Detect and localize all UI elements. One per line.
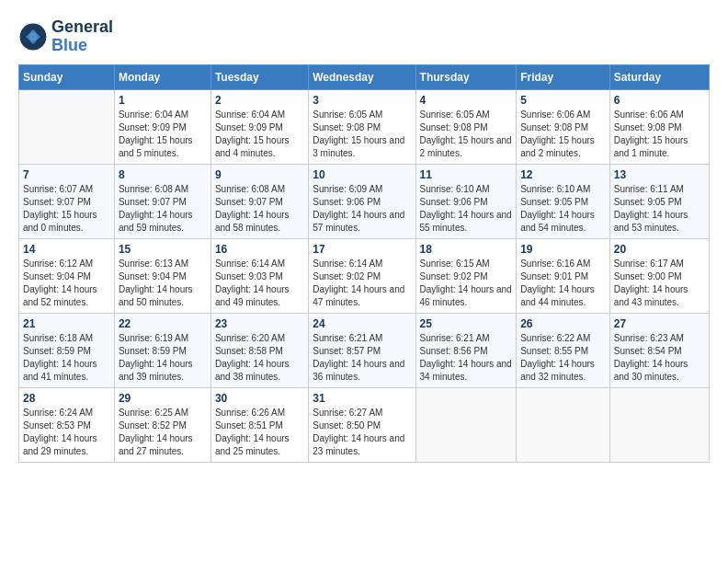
sunrise: Sunrise: 6:08 AM [215, 183, 304, 196]
daylight: Daylight: 14 hours and 32 minutes. [520, 358, 606, 384]
calendar-cell: 8 Sunrise: 6:08 AM Sunset: 9:07 PM Dayli… [114, 164, 210, 238]
sunset: Sunset: 9:09 PM [215, 121, 304, 134]
sunset: Sunset: 8:56 PM [420, 345, 513, 358]
daylight: Daylight: 14 hours and 25 minutes. [215, 432, 304, 458]
calendar-week-row: 7 Sunrise: 6:07 AM Sunset: 9:07 PM Dayli… [19, 164, 710, 238]
daylight: Daylight: 15 hours and 0 minutes. [23, 209, 110, 235]
sunrise: Sunrise: 6:22 AM [520, 332, 606, 345]
day-number: 19 [520, 243, 606, 256]
sunset: Sunset: 9:09 PM [119, 121, 207, 134]
daylight: Daylight: 15 hours and 3 minutes. [313, 134, 411, 160]
day-number: 13 [614, 168, 705, 181]
day-number: 30 [215, 392, 304, 405]
day-info: Sunrise: 6:13 AM Sunset: 9:04 PM Dayligh… [119, 258, 207, 309]
day-number: 15 [119, 243, 207, 256]
day-number: 6 [614, 94, 705, 107]
calendar-cell: 13 Sunrise: 6:11 AM Sunset: 9:05 PM Dayl… [609, 164, 709, 238]
calendar-cell: 20 Sunrise: 6:17 AM Sunset: 9:00 PM Dayl… [609, 238, 709, 313]
daylight: Daylight: 14 hours and 57 minutes. [313, 209, 411, 235]
sunset: Sunset: 8:57 PM [313, 345, 411, 358]
sunset: Sunset: 9:00 PM [614, 270, 705, 283]
sunset: Sunset: 9:01 PM [520, 270, 606, 283]
daylight: Daylight: 14 hours and 52 minutes. [23, 283, 110, 309]
sunrise: Sunrise: 6:18 AM [23, 332, 110, 345]
sunset: Sunset: 8:52 PM [119, 419, 207, 432]
sunrise: Sunrise: 6:15 AM [420, 258, 513, 270]
calendar-body: 1 Sunrise: 6:04 AM Sunset: 9:09 PM Dayli… [19, 89, 710, 462]
day-info: Sunrise: 6:15 AM Sunset: 9:02 PM Dayligh… [420, 258, 513, 309]
sunset: Sunset: 9:02 PM [313, 270, 411, 283]
day-number: 14 [23, 243, 110, 256]
sunrise: Sunrise: 6:21 AM [313, 332, 411, 345]
sunset: Sunset: 8:59 PM [23, 345, 110, 358]
day-number: 8 [119, 168, 207, 181]
day-number: 5 [520, 94, 606, 107]
calendar-cell: 16 Sunrise: 6:14 AM Sunset: 9:03 PM Dayl… [210, 238, 308, 313]
day-number: 28 [23, 392, 110, 405]
calendar-cell: 5 Sunrise: 6:06 AM Sunset: 9:08 PM Dayli… [517, 89, 610, 164]
sunset: Sunset: 9:08 PM [614, 121, 705, 134]
day-info: Sunrise: 6:14 AM Sunset: 9:02 PM Dayligh… [313, 258, 411, 309]
sunset: Sunset: 9:07 PM [119, 196, 207, 209]
calendar-cell: 28 Sunrise: 6:24 AM Sunset: 8:53 PM Dayl… [19, 387, 115, 462]
day-info: Sunrise: 6:09 AM Sunset: 9:06 PM Dayligh… [313, 183, 411, 235]
weekday-header: Sunday [19, 64, 115, 89]
daylight: Daylight: 14 hours and 34 minutes. [420, 358, 513, 384]
calendar-cell: 2 Sunrise: 6:04 AM Sunset: 9:09 PM Dayli… [210, 89, 308, 164]
daylight: Daylight: 14 hours and 41 minutes. [23, 358, 110, 384]
day-info: Sunrise: 6:19 AM Sunset: 8:59 PM Dayligh… [119, 332, 207, 384]
daylight: Daylight: 14 hours and 54 minutes. [520, 209, 606, 235]
day-number: 12 [520, 168, 606, 181]
calendar-cell [19, 89, 115, 164]
calendar-cell: 18 Sunrise: 6:15 AM Sunset: 9:02 PM Dayl… [415, 238, 517, 313]
daylight: Daylight: 15 hours and 2 minutes. [420, 134, 513, 160]
calendar-table: SundayMondayTuesdayWednesdayThursdayFrid… [18, 64, 710, 463]
day-number: 11 [420, 168, 513, 181]
daylight: Daylight: 14 hours and 30 minutes. [614, 358, 705, 384]
page-header: General Blue [18, 18, 710, 55]
sunrise: Sunrise: 6:19 AM [119, 332, 207, 345]
day-info: Sunrise: 6:05 AM Sunset: 9:08 PM Dayligh… [420, 109, 513, 160]
day-number: 16 [215, 243, 304, 256]
day-info: Sunrise: 6:10 AM Sunset: 9:06 PM Dayligh… [420, 183, 513, 235]
day-info: Sunrise: 6:17 AM Sunset: 9:00 PM Dayligh… [614, 258, 705, 309]
daylight: Daylight: 14 hours and 47 minutes. [313, 283, 411, 309]
day-info: Sunrise: 6:05 AM Sunset: 9:08 PM Dayligh… [313, 109, 411, 160]
daylight: Daylight: 14 hours and 50 minutes. [119, 283, 207, 309]
calendar-cell: 24 Sunrise: 6:21 AM Sunset: 8:57 PM Dayl… [309, 313, 415, 387]
calendar-cell: 23 Sunrise: 6:20 AM Sunset: 8:58 PM Dayl… [210, 313, 308, 387]
day-info: Sunrise: 6:08 AM Sunset: 9:07 PM Dayligh… [215, 183, 304, 235]
logo-icon [18, 22, 48, 52]
sunrise: Sunrise: 6:20 AM [215, 332, 304, 345]
logo-text: General Blue [51, 18, 113, 55]
day-number: 18 [420, 243, 513, 256]
calendar-cell: 17 Sunrise: 6:14 AM Sunset: 9:02 PM Dayl… [309, 238, 415, 313]
day-info: Sunrise: 6:11 AM Sunset: 9:05 PM Dayligh… [614, 183, 705, 235]
daylight: Daylight: 14 hours and 38 minutes. [215, 358, 304, 384]
sunrise: Sunrise: 6:08 AM [119, 183, 207, 196]
calendar-cell [517, 387, 610, 462]
day-number: 22 [119, 317, 207, 330]
sunset: Sunset: 8:51 PM [215, 419, 304, 432]
day-info: Sunrise: 6:12 AM Sunset: 9:04 PM Dayligh… [23, 258, 110, 309]
day-number: 7 [23, 168, 110, 181]
calendar-cell: 22 Sunrise: 6:19 AM Sunset: 8:59 PM Dayl… [114, 313, 210, 387]
daylight: Daylight: 15 hours and 4 minutes. [215, 134, 304, 160]
sunset: Sunset: 9:06 PM [420, 196, 513, 209]
sunrise: Sunrise: 6:11 AM [614, 183, 705, 196]
calendar-cell: 12 Sunrise: 6:10 AM Sunset: 9:05 PM Dayl… [517, 164, 610, 238]
calendar-cell: 26 Sunrise: 6:22 AM Sunset: 8:55 PM Dayl… [517, 313, 610, 387]
calendar-cell: 27 Sunrise: 6:23 AM Sunset: 8:54 PM Dayl… [609, 313, 709, 387]
weekday-header: Thursday [415, 64, 517, 89]
day-info: Sunrise: 6:14 AM Sunset: 9:03 PM Dayligh… [215, 258, 304, 309]
sunrise: Sunrise: 6:21 AM [420, 332, 513, 345]
day-number: 26 [520, 317, 606, 330]
day-number: 25 [420, 317, 513, 330]
daylight: Daylight: 14 hours and 44 minutes. [520, 283, 606, 309]
day-info: Sunrise: 6:10 AM Sunset: 9:05 PM Dayligh… [520, 183, 606, 235]
day-info: Sunrise: 6:27 AM Sunset: 8:50 PM Dayligh… [313, 407, 411, 458]
day-number: 2 [215, 94, 304, 107]
calendar-cell: 1 Sunrise: 6:04 AM Sunset: 9:09 PM Dayli… [114, 89, 210, 164]
sunset: Sunset: 9:04 PM [23, 270, 110, 283]
calendar-cell: 9 Sunrise: 6:08 AM Sunset: 9:07 PM Dayli… [210, 164, 308, 238]
